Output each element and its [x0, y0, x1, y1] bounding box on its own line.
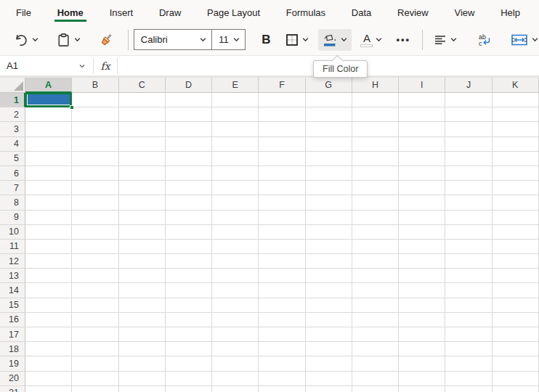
cell-D17[interactable]: [166, 327, 212, 342]
cell-E3[interactable]: [212, 122, 259, 136]
cell-I19[interactable]: [399, 356, 445, 371]
cell-E20[interactable]: [212, 372, 259, 386]
cell-F6[interactable]: [259, 166, 305, 181]
cell-J17[interactable]: [445, 327, 492, 342]
cell-E13[interactable]: [212, 269, 259, 283]
cell-J1[interactable]: [445, 93, 492, 107]
cell-F12[interactable]: [259, 254, 305, 269]
cell-D14[interactable]: [166, 283, 212, 298]
cell-E9[interactable]: [212, 211, 259, 225]
cell-D4[interactable]: [166, 137, 212, 152]
cell-B8[interactable]: [72, 195, 118, 210]
cell-D1[interactable]: [166, 93, 212, 107]
row-header-11[interactable]: 11: [0, 240, 25, 254]
cell-A18[interactable]: [25, 342, 72, 356]
cell-A5[interactable]: [25, 152, 72, 166]
cell-B7[interactable]: [72, 181, 118, 195]
cell-D16[interactable]: [166, 313, 212, 327]
cell-G20[interactable]: [306, 372, 352, 386]
row-header-18[interactable]: 18: [0, 342, 25, 356]
cell-H17[interactable]: [352, 327, 399, 342]
column-header-I[interactable]: I: [399, 78, 445, 93]
cell-G7[interactable]: [306, 181, 352, 195]
tab-formulas[interactable]: Formulas: [285, 1, 327, 23]
row-header-19[interactable]: 19: [0, 356, 25, 371]
cell-I6[interactable]: [399, 166, 445, 181]
row-header-16[interactable]: 16: [0, 313, 25, 327]
tab-home[interactable]: Home: [56, 1, 85, 23]
cell-F17[interactable]: [259, 327, 305, 342]
cell-F1[interactable]: [259, 93, 305, 107]
cell-K8[interactable]: [493, 195, 539, 210]
paste-dropdown-chevron[interactable]: [73, 36, 81, 44]
select-all-corner[interactable]: [0, 78, 25, 93]
tab-draw[interactable]: Draw: [158, 1, 182, 23]
row-header-9[interactable]: 9: [0, 211, 25, 225]
cell-C9[interactable]: [119, 211, 166, 225]
alignment-dropdown-chevron[interactable]: [450, 36, 458, 44]
font-size-select[interactable]: 11: [211, 29, 246, 50]
column-header-J[interactable]: J: [445, 78, 492, 93]
cell-C14[interactable]: [119, 283, 166, 298]
cell-K6[interactable]: [493, 166, 539, 181]
cell-E14[interactable]: [212, 283, 259, 298]
row-header-15[interactable]: 15: [0, 298, 25, 313]
merge-center-button[interactable]: [510, 32, 539, 48]
cell-K17[interactable]: [493, 327, 539, 342]
cell-F7[interactable]: [259, 181, 305, 195]
cell-D2[interactable]: [166, 107, 212, 122]
cell-A10[interactable]: [25, 225, 72, 240]
cell-F3[interactable]: [259, 122, 305, 136]
cell-I14[interactable]: [399, 283, 445, 298]
wrap-text-button[interactable]: ab c: [477, 32, 493, 48]
cell-F16[interactable]: [259, 313, 305, 327]
cell-D5[interactable]: [166, 152, 212, 166]
cell-C12[interactable]: [119, 254, 166, 269]
cell-H13[interactable]: [352, 269, 399, 283]
cell-A3[interactable]: [25, 122, 72, 136]
fill-color-dropdown-chevron[interactable]: [340, 36, 348, 44]
fill-handle[interactable]: [70, 105, 74, 110]
cell-B4[interactable]: [72, 137, 118, 152]
merge-dropdown-chevron[interactable]: [531, 36, 539, 44]
column-header-K[interactable]: K: [493, 78, 539, 93]
column-header-H[interactable]: H: [352, 78, 399, 93]
cell-G21[interactable]: [306, 386, 352, 392]
cell-I8[interactable]: [399, 195, 445, 210]
tab-file[interactable]: File: [15, 1, 33, 23]
row-header-12[interactable]: 12: [0, 254, 25, 269]
format-painter-button[interactable]: [97, 31, 115, 49]
cell-G3[interactable]: [306, 122, 352, 136]
cell-A16[interactable]: [25, 313, 72, 327]
cell-A17[interactable]: [25, 327, 72, 342]
cell-K12[interactable]: [493, 254, 539, 269]
more-options-button[interactable]: •••: [396, 34, 410, 45]
row-header-6[interactable]: 6: [0, 166, 25, 181]
cell-I12[interactable]: [399, 254, 445, 269]
cell-C5[interactable]: [119, 152, 166, 166]
cell-E10[interactable]: [212, 225, 259, 240]
column-header-E[interactable]: E: [212, 78, 259, 93]
cell-J12[interactable]: [445, 254, 492, 269]
cell-J20[interactable]: [445, 372, 492, 386]
cell-H16[interactable]: [352, 313, 399, 327]
cell-B20[interactable]: [72, 372, 118, 386]
cell-I9[interactable]: [399, 211, 445, 225]
cell-J7[interactable]: [445, 181, 492, 195]
cell-I21[interactable]: [399, 386, 445, 392]
cell-A21[interactable]: [25, 386, 72, 392]
row-header-7[interactable]: 7: [0, 181, 25, 195]
cell-D19[interactable]: [166, 356, 212, 371]
cell-J2[interactable]: [445, 107, 492, 122]
cell-G16[interactable]: [306, 313, 352, 327]
cell-B6[interactable]: [72, 166, 118, 181]
cell-A20[interactable]: [25, 372, 72, 386]
cell-H10[interactable]: [352, 225, 399, 240]
cell-E1[interactable]: [212, 93, 259, 107]
row-header-13[interactable]: 13: [0, 269, 25, 283]
cell-K21[interactable]: [493, 386, 539, 392]
font-color-dropdown-chevron[interactable]: [375, 36, 383, 44]
cell-H9[interactable]: [352, 211, 399, 225]
cell-K18[interactable]: [493, 342, 539, 356]
cell-C21[interactable]: [119, 386, 166, 392]
